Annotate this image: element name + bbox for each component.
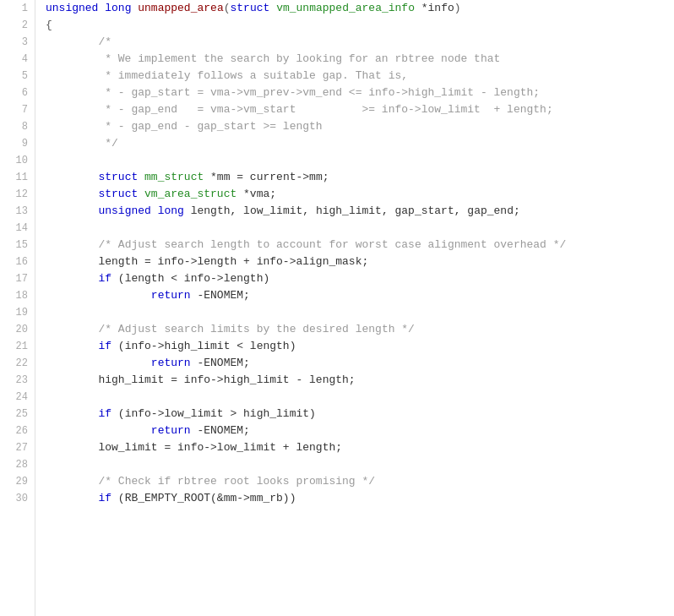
token-kw-blue: if xyxy=(98,407,111,420)
line-number: 23 xyxy=(7,372,28,389)
code-line: * immediately follows a suitable gap. Th… xyxy=(46,68,674,84)
token-ident xyxy=(46,188,98,200)
token-kw-blue: struct xyxy=(98,188,138,200)
token-ident: *mm = current->mm; xyxy=(204,171,329,183)
token-kw-blue: struct xyxy=(231,2,270,14)
token-ident: -ENOMEM; xyxy=(191,289,250,302)
code-line: high_limit = info->high_limit - length; xyxy=(46,372,674,389)
token-fn-red: unmapped_area xyxy=(138,2,223,14)
code-line: */ xyxy=(46,135,674,152)
token-ident: -ENOMEM; xyxy=(191,424,250,437)
line-number: 15 xyxy=(7,237,28,253)
token-kw-blue: return xyxy=(151,289,191,302)
code-line: low_limit = info->low_limit + length; xyxy=(46,439,674,456)
token-comment-gray: */ xyxy=(46,137,118,150)
line-number: 26 xyxy=(7,422,28,439)
token-comment-gray: /* Adjust search length to account for w… xyxy=(98,238,566,251)
token-kw-blue: long xyxy=(158,204,184,217)
code-line: unsigned long unmapped_area(struct vm_un… xyxy=(46,0,674,17)
token-ident xyxy=(46,289,151,302)
line-number: 18 xyxy=(7,287,28,304)
line-number: 30 xyxy=(7,490,28,507)
line-number: 10 xyxy=(7,152,28,169)
token-ident xyxy=(46,357,151,369)
line-number: 1 xyxy=(7,0,28,17)
token-punct: ( xyxy=(224,2,231,14)
token-ident: *info xyxy=(415,2,454,14)
token-ident xyxy=(46,171,98,183)
token-comment-gray: /* xyxy=(46,35,111,48)
token-kw-blue: long xyxy=(105,2,131,14)
code-line: /* Adjust search length to account for w… xyxy=(46,237,674,253)
code-line xyxy=(46,389,674,406)
code-line: struct mm_struct *mm = current->mm; xyxy=(46,169,674,186)
token-comment-gray: * immediately follows a suitable gap. Th… xyxy=(46,69,408,82)
code-line: length = info->length + info->align_mask… xyxy=(46,253,674,270)
token-ident: (info->low_limit > high_limit) xyxy=(111,407,316,420)
line-number: 7 xyxy=(7,101,28,118)
token-ident xyxy=(46,492,98,504)
code-line: * - gap_start = vma->vm_prev->vm_end <= … xyxy=(46,84,674,101)
line-number: 11 xyxy=(7,169,28,186)
token-type-green: mm_struct xyxy=(144,171,204,183)
line-number: 14 xyxy=(7,220,28,237)
token-punct: ) xyxy=(454,2,461,14)
code-line: if (info->high_limit < length) xyxy=(46,338,674,355)
token-ident xyxy=(46,475,98,488)
token-kw-blue: if xyxy=(98,340,111,352)
token-kw-blue: return xyxy=(151,424,191,437)
line-number: 17 xyxy=(7,270,28,287)
token-ident: (info->high_limit < length) xyxy=(111,340,296,352)
line-number: 12 xyxy=(7,186,28,203)
token-ident xyxy=(46,323,98,335)
line-number: 3 xyxy=(7,34,28,51)
code-line xyxy=(46,152,674,169)
token-comment-gray: * - gap_start = vma->vm_prev->vm_end <= … xyxy=(46,86,540,99)
code-line xyxy=(46,456,674,473)
token-comment-gray: * - gap_end = vma->vm_start >= info->low… xyxy=(46,103,553,116)
token-type-green: vm_area_struct xyxy=(144,188,236,200)
token-ident: length = info->length + info->align_mask… xyxy=(46,255,368,268)
token-ident xyxy=(151,204,158,217)
code-line: return -ENOMEM; xyxy=(46,355,674,372)
code-line: /* Check if rbtree root looks promising … xyxy=(46,473,674,490)
line-number: 16 xyxy=(7,253,28,270)
line-number: 24 xyxy=(7,389,28,406)
token-ident: (RB_EMPTY_ROOT(&mm->mm_rb)) xyxy=(111,492,296,504)
token-kw-blue: unsigned xyxy=(46,2,98,14)
line-number: 22 xyxy=(7,355,28,372)
line-number: 19 xyxy=(7,304,28,321)
code-line: struct vm_area_struct *vma; xyxy=(46,186,674,203)
code-line: /* Adjust search limits by the desired l… xyxy=(46,321,674,338)
token-ident xyxy=(138,188,144,200)
code-line: /* xyxy=(46,34,674,51)
token-ident xyxy=(46,204,98,217)
code-line: return -ENOMEM; xyxy=(46,287,674,304)
line-number: 5 xyxy=(7,68,28,84)
line-number: 29 xyxy=(7,473,28,490)
token-comment-gray: * - gap_end - gap_start >= length xyxy=(46,120,323,133)
token-kw-blue: if xyxy=(98,492,111,504)
line-numbers: 1234567891011121314151617181920212223242… xyxy=(0,0,35,616)
code-line: return -ENOMEM; xyxy=(46,422,674,439)
token-ident xyxy=(138,171,144,183)
token-ident xyxy=(269,2,276,14)
token-ident: -ENOMEM; xyxy=(191,357,250,369)
token-comment-gray: /* Check if rbtree root looks promising … xyxy=(98,475,375,488)
token-ident: length, low_limit, high_limit, gap_start… xyxy=(184,204,520,217)
line-number: 6 xyxy=(7,84,28,101)
code-line xyxy=(46,304,674,321)
token-kw-blue: struct xyxy=(98,171,138,183)
code-editor: 1234567891011121314151617181920212223242… xyxy=(0,0,674,616)
token-ident xyxy=(46,272,98,285)
code-line: * - gap_end = vma->vm_start >= info->low… xyxy=(46,101,674,118)
code-content[interactable]: unsigned long unmapped_area(struct vm_un… xyxy=(35,0,674,616)
line-number: 27 xyxy=(7,439,28,456)
token-ident xyxy=(46,238,98,251)
code-line: * - gap_end - gap_start >= length xyxy=(46,118,674,135)
token-comment-gray: * We implement the search by looking for… xyxy=(46,52,500,65)
line-number: 28 xyxy=(7,456,28,473)
token-kw-blue: if xyxy=(98,272,111,285)
code-line: if (info->low_limit > high_limit) xyxy=(46,406,674,422)
token-ident xyxy=(46,407,98,420)
